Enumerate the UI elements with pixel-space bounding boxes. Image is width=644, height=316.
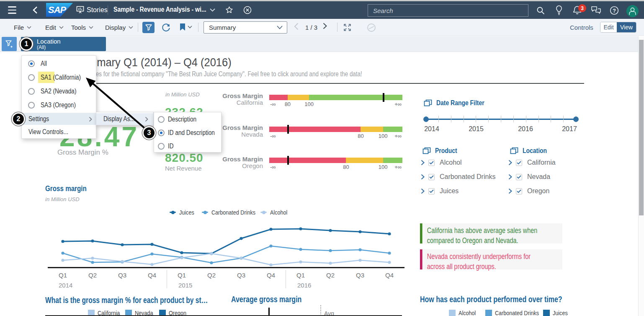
menu-item-display-as[interactable]: Display As... [96, 113, 153, 125]
radio-icon[interactable] [28, 74, 35, 81]
menu-option-id-and-description[interactable]: ID and Description [154, 126, 221, 140]
x-axis-quarter-label: Q2 [207, 272, 216, 279]
slider-tick [476, 116, 476, 122]
radio-selected-icon[interactable] [158, 130, 165, 136]
slider-tick [501, 116, 501, 122]
radio-icon[interactable] [28, 88, 35, 95]
x-axis-quarter-label: Q3 [237, 272, 245, 279]
menu-item-settings[interactable]: Settings [22, 113, 96, 125]
bottom-right-chart-title: How has each product performed over time… [420, 295, 562, 304]
slider-tick [551, 116, 551, 122]
slider-tick [488, 116, 489, 122]
filter-item-label: Juices [440, 187, 459, 195]
slider-year-label: 2014 [424, 125, 439, 133]
menu-option-description[interactable]: Description [154, 112, 221, 126]
feedback-chat-icon[interactable] [591, 6, 601, 15]
location-filter-menu: All SA1 (California) SA2 (Nevada) SA3 (O… [21, 55, 96, 139]
menu-item-view-controls[interactable]: View Controls... [22, 125, 96, 139]
edit-mode-button[interactable]: Edit [600, 22, 617, 32]
filter-tree-item-nevada[interactable]: Nevada [508, 173, 550, 181]
search-icon[interactable] [536, 6, 545, 15]
radio-icon[interactable] [158, 143, 165, 150]
annotation-badge-2: 2 [12, 112, 25, 126]
expand-chevron-icon[interactable] [508, 188, 512, 194]
widget-icon [422, 147, 431, 155]
scrollbar-thumb[interactable] [639, 40, 644, 215]
expand-chevron-icon[interactable] [421, 188, 425, 194]
product-filter-header: Product [422, 147, 462, 155]
filter-item-label: Oregon [527, 187, 549, 195]
year-separator [167, 270, 167, 288]
checkbox-checked-icon[interactable] [516, 160, 522, 166]
slider-handle-start[interactable] [423, 117, 429, 122]
product-filter-title: Product [435, 147, 457, 155]
x-axis-quarter-label: Q4 [385, 272, 394, 279]
x-axis-quarter-label: Q1 [178, 272, 186, 279]
x-axis-year-label: 2015 [178, 282, 192, 289]
location-filter-title: Location [523, 147, 547, 155]
slider-tick [538, 116, 539, 122]
checkbox-checked-icon[interactable] [516, 188, 522, 194]
legend-swatch [485, 310, 492, 316]
menu-option-sa1-california[interactable]: SA1 (California) [22, 70, 96, 84]
checkbox-checked-icon[interactable] [428, 188, 435, 194]
svg-text:?: ? [613, 8, 616, 14]
x-axis-quarter-label: Q4 [148, 272, 156, 279]
notification-count-badge: 3 [578, 4, 586, 12]
slider-tick [526, 116, 526, 122]
annotation-badge-3: 3 [142, 126, 156, 140]
filter-tree-item-oregon[interactable]: Oregon [508, 187, 549, 195]
legend-item-juices[interactable]: Juices [543, 309, 571, 316]
display-as-submenu: Description ID and Description ID [154, 112, 222, 153]
checkbox-checked-icon[interactable] [516, 174, 522, 180]
settings-submenu: Display As... [96, 112, 154, 125]
legend-item-carbonated-drinks[interactable]: Carbonated Drinks [485, 309, 547, 316]
menu-option-all[interactable]: All [22, 57, 96, 70]
x-axis-quarter-label: Q1 [59, 272, 67, 279]
date-range-filter-title: Date Range Filter [436, 99, 484, 107]
legend-item-alcohol[interactable]: Alcohol [449, 309, 479, 316]
avatar[interactable] [626, 5, 639, 17]
menu-option-sa3-oregon[interactable]: SA3 (Oregon) [22, 98, 96, 112]
filter-tree-item-carbonated-drinks[interactable]: Carbonated Drinks [421, 173, 495, 181]
slider-year-label: 2017 [562, 125, 577, 133]
x-axis-quarter-label: Q4 [267, 272, 275, 279]
checkbox-checked-icon[interactable] [428, 160, 435, 166]
radio-icon[interactable] [158, 116, 165, 123]
x-axis-quarter-label: Q2 [88, 272, 97, 279]
slider-handle-end[interactable] [573, 117, 579, 122]
widget-icon [510, 147, 518, 155]
date-range-filter-header: Date Range Filter [424, 99, 495, 107]
filter-item-label: Alcohol [440, 159, 461, 166]
trend-x-axis [48, 267, 404, 268]
year-separator [286, 270, 286, 288]
x-axis-quarter-label: Q2 [326, 272, 335, 279]
filter-tree-item-juices[interactable]: Juices [421, 187, 459, 195]
filter-item-label: California [527, 159, 556, 166]
expand-chevron-icon[interactable] [421, 160, 425, 166]
legend-label: Juices [553, 309, 568, 316]
expand-chevron-icon[interactable] [508, 160, 512, 166]
slider-year-label: 2015 [469, 125, 484, 133]
checkbox-checked-icon[interactable] [428, 174, 435, 180]
radio-selected-icon[interactable] [28, 60, 35, 67]
controls-label[interactable]: Controls [570, 19, 593, 36]
x-axis-quarter-label: Q3 [356, 272, 364, 279]
lightbulb-icon[interactable] [555, 5, 563, 16]
expand-chevron-icon[interactable] [508, 174, 512, 180]
filter-tree-item-alcohol[interactable]: Alcohol [421, 158, 461, 167]
menu-option-id[interactable]: ID [154, 139, 221, 153]
help-icon[interactable]: ? [610, 6, 619, 15]
expand-chevron-icon[interactable] [421, 174, 425, 180]
legend-label: Alcohol [459, 309, 476, 316]
legend-swatch [449, 310, 456, 316]
legend-swatch [543, 310, 550, 316]
widget-icon [424, 99, 432, 107]
menu-option-sa2-nevada[interactable]: SA2 (Nevada) [22, 84, 96, 98]
filter-tree-item-california[interactable]: California [508, 158, 556, 167]
slider-year-label: 2016 [518, 125, 533, 133]
view-mode-button[interactable]: View [617, 22, 636, 32]
submenu-chevron-right-icon [89, 117, 92, 122]
radio-icon[interactable] [28, 102, 35, 109]
insight-negative: Nevada consistently underperforms for ac… [420, 249, 562, 269]
